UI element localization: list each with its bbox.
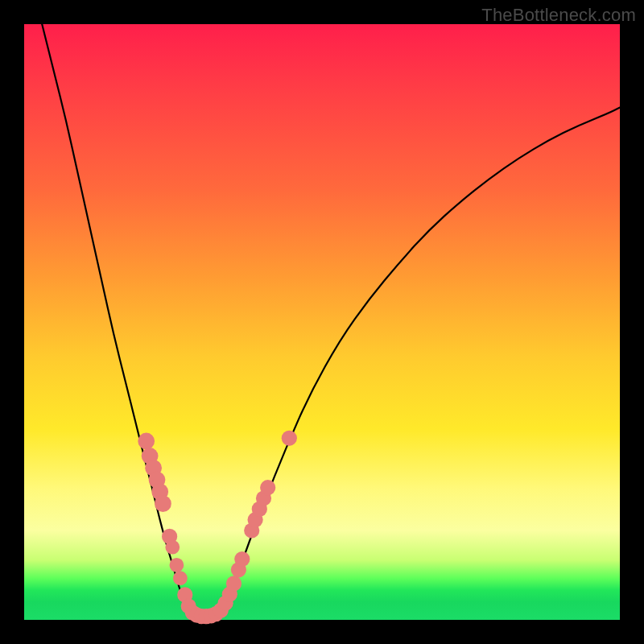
scatter-dot — [226, 576, 242, 591]
scatter-dot — [155, 495, 171, 512]
chart-plot-area — [24, 24, 620, 620]
chart-svg — [24, 24, 620, 620]
scatter-dot — [260, 480, 275, 495]
scatter-dot — [282, 431, 297, 446]
chart-frame: TheBottleneck.com — [0, 0, 644, 644]
bottleneck-curve — [42, 24, 620, 617]
scatter-dot — [165, 540, 180, 555]
scatter-dot — [138, 433, 155, 450]
watermark-text: TheBottleneck.com — [481, 5, 636, 26]
scatter-dot — [170, 558, 184, 572]
scatter-dot — [173, 571, 188, 585]
scatter-dot — [234, 551, 250, 567]
